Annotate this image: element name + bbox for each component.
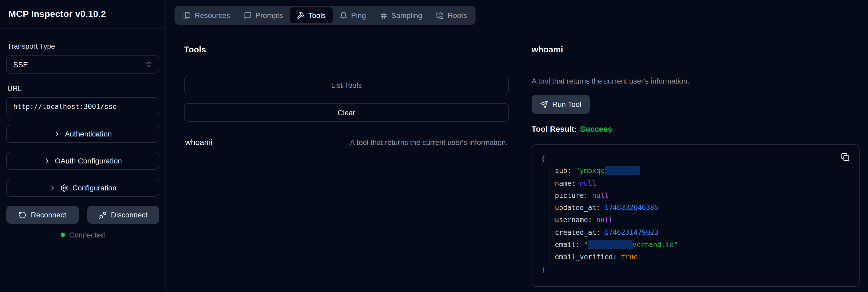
json-entry-email-verified: email_verified: true	[555, 251, 850, 263]
tab-sampling-label: Sampling	[392, 11, 422, 20]
chevron-right-icon	[44, 157, 51, 164]
run-tool-label: Run Tool	[552, 100, 581, 108]
tool-result-json: { sub: "ymbxqc name: null picture: null …	[532, 144, 860, 287]
copy-button[interactable]	[841, 153, 849, 161]
json-body: sub: "ymbxqc name: null picture: null up…	[550, 165, 850, 263]
tool-description: A tool that returns the current user's i…	[350, 138, 508, 146]
folder-tree-icon	[436, 11, 444, 19]
tab-resources[interactable]: Resources	[176, 7, 237, 23]
reconnect-button[interactable]: Reconnect	[6, 206, 79, 224]
transport-type-value: SSE	[13, 60, 28, 68]
connection-status-label: Connected	[69, 231, 105, 239]
tool-result-line: Tool Result:Success	[532, 124, 860, 133]
chevrons-up-down-icon	[146, 61, 152, 68]
json-entry-created-at: created_at: 1746231479023	[555, 226, 850, 239]
tool-detail-panel: whoami A tool that returns the current u…	[524, 44, 867, 287]
tab-roots-label: Roots	[447, 11, 467, 20]
clear-button[interactable]: Clear	[184, 103, 509, 122]
hammer-icon	[297, 11, 305, 19]
tab-tools-label: Tools	[308, 11, 326, 20]
sidebar-header: MCP Inspector v0.10.2	[0, 0, 165, 29]
json-entry-name: name: null	[555, 177, 850, 189]
list-tools-button[interactable]: List Tools	[184, 76, 509, 94]
tool-name: whoami	[185, 137, 212, 147]
run-tool-button[interactable]: Run Tool	[532, 95, 590, 114]
bell-icon	[339, 11, 347, 19]
hash-icon	[380, 11, 388, 19]
json-entry-email: email: "verhand.io"	[555, 238, 850, 251]
sidebar-body: Transport Type SSE URL Authentication OA…	[0, 29, 165, 239]
tools-panel-heading: Tools	[184, 44, 509, 56]
tab-sampling[interactable]: Sampling	[373, 7, 429, 23]
transport-type-label: Transport Type	[7, 42, 158, 50]
json-entry-sub: sub: "ymbxqc	[555, 165, 850, 177]
tools-list-panel: Tools List Tools Clear whoami A tool tha…	[175, 44, 518, 287]
tab-ping[interactable]: Ping	[333, 7, 373, 23]
tab-prompts[interactable]: Prompts	[237, 7, 290, 23]
disconnect-label: Disconnect	[111, 210, 148, 219]
tool-result-status: Success	[580, 124, 612, 133]
tool-result-label: Tool Result:	[532, 124, 577, 133]
gear-icon	[60, 184, 68, 192]
content-panels: Tools List Tools Clear whoami A tool tha…	[175, 44, 868, 287]
chevron-right-icon	[54, 130, 61, 137]
tool-list-item[interactable]: whoami A tool that returns the current u…	[184, 137, 509, 147]
json-entry-picture: picture: null	[555, 189, 850, 202]
configuration-toggle[interactable]: Configuration	[6, 179, 159, 197]
url-label: URL	[7, 85, 158, 93]
connection-buttons: Reconnect Disconnect	[6, 206, 159, 224]
disconnect-button[interactable]: Disconnect	[87, 206, 159, 224]
oauth-configuration-label: OAuth Configuration	[55, 157, 122, 165]
app-title: MCP Inspector v0.10.2	[8, 9, 106, 20]
rotate-ccw-icon	[19, 211, 27, 219]
message-square-icon	[244, 11, 252, 19]
tool-detail-heading: whoami	[532, 44, 860, 56]
json-entry-updated-at: updated_at: 1746232646385	[555, 201, 850, 214]
main-area: Resources Prompts Tools Ping Sampling Ro…	[166, 0, 868, 292]
send-icon	[540, 100, 548, 108]
connected-dot	[61, 233, 65, 237]
unplug-icon	[99, 211, 106, 219]
tab-roots[interactable]: Roots	[429, 7, 474, 23]
tool-detail-divider	[524, 67, 867, 67]
tab-tools[interactable]: Tools	[290, 7, 333, 23]
tab-ping-label: Ping	[351, 11, 366, 20]
app-window: MCP Inspector v0.10.2 Transport Type SSE…	[0, 0, 868, 292]
authentication-label: Authentication	[65, 130, 112, 138]
tool-detail-description: A tool that returns the current user's i…	[532, 76, 860, 86]
tab-resources-label: Resources	[195, 11, 230, 20]
tab-bar: Resources Prompts Tools Ping Sampling Ro…	[175, 6, 475, 25]
connection-status: Connected	[6, 231, 159, 239]
chevron-right-icon	[49, 184, 56, 191]
json-close-brace: }	[541, 263, 850, 275]
transport-type-select[interactable]: SSE	[6, 55, 159, 73]
tab-prompts-label: Prompts	[255, 11, 283, 20]
authentication-toggle[interactable]: Authentication	[6, 125, 159, 143]
copy-icon	[841, 153, 849, 161]
redaction-box	[605, 166, 640, 175]
json-open-brace: {	[541, 152, 850, 165]
reconnect-label: Reconnect	[31, 210, 66, 219]
tools-panel-divider	[175, 67, 518, 67]
files-icon	[183, 11, 191, 19]
sidebar: MCP Inspector v0.10.2 Transport Type SSE…	[0, 0, 166, 292]
configuration-label: Configuration	[72, 184, 117, 192]
json-entry-username: username: null	[555, 214, 850, 226]
redaction-box	[588, 240, 632, 249]
url-input[interactable]	[6, 97, 159, 115]
oauth-configuration-toggle[interactable]: OAuth Configuration	[6, 152, 159, 170]
